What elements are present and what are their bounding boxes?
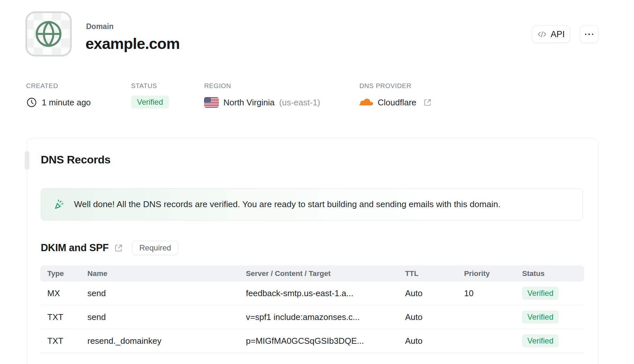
table-header-row: Type Name Server / Content / Target TTL … xyxy=(40,265,584,281)
page-title: example.com xyxy=(85,35,180,53)
cell-type: MX xyxy=(47,288,87,298)
table-row: TXT send v=spf1 include:amazonses.c... A… xyxy=(40,305,584,329)
more-options-button[interactable] xyxy=(580,25,598,43)
party-popper-icon xyxy=(53,198,66,210)
api-button-label: API xyxy=(551,29,565,39)
ellipsis-icon xyxy=(585,34,594,35)
cell-status: Verified xyxy=(522,311,577,324)
verified-badge: Verified xyxy=(522,287,559,300)
api-button[interactable]: API xyxy=(532,25,570,43)
dkim-spf-section-header: DKIM and SPF Required xyxy=(41,240,178,256)
card-title: DNS Records xyxy=(41,153,111,166)
dns-provider-name: Cloudflare xyxy=(378,98,416,108)
page-kicker: Domain xyxy=(86,22,113,31)
clock-icon xyxy=(26,97,37,108)
table-row: TXT resend._domainkey p=MIGfMA0GCSqGSIb3… xyxy=(40,329,584,353)
cell-type: TXT xyxy=(47,336,87,346)
region-label: REGION xyxy=(204,82,231,90)
status-label: STATUS xyxy=(131,82,157,90)
cell-ttl: Auto xyxy=(405,336,464,346)
created-value: 1 minute ago xyxy=(26,95,91,110)
status-badge: Verified xyxy=(131,96,169,109)
dns-provider-label: DNS PROVIDER xyxy=(359,82,411,90)
column-header-priority: Priority xyxy=(464,269,522,278)
cell-ttl: Auto xyxy=(405,288,464,298)
section-scroll-indicator xyxy=(25,151,29,170)
dns-records-table: Type Name Server / Content / Target TTL … xyxy=(40,265,584,353)
us-flag-icon xyxy=(204,97,219,108)
column-header-ttl: TTL xyxy=(405,269,464,278)
status-value: Verified xyxy=(131,96,169,109)
cell-content: feedback-smtp.us-east-1.a... xyxy=(246,288,405,298)
created-label: CREATED xyxy=(26,82,58,90)
domain-avatar-tile xyxy=(25,11,72,56)
external-link-icon[interactable] xyxy=(114,243,123,253)
cell-type: TXT xyxy=(47,312,87,322)
code-icon xyxy=(537,29,547,39)
cell-name: resend._domainkey xyxy=(87,336,246,346)
domain-detail-page: Domain example.com API CREATED STATUS RE… xyxy=(0,0,634,364)
region-name: North Virginia xyxy=(223,98,275,108)
region-code: (us-east-1) xyxy=(279,98,320,108)
cloudflare-icon xyxy=(359,98,373,107)
cell-name: send xyxy=(87,312,246,322)
created-text: 1 minute ago xyxy=(42,98,91,108)
table-row: MX send feedback-smtp.us-east-1.a... Aut… xyxy=(40,281,584,305)
region-value: North Virginia (us-east-1) xyxy=(204,95,320,110)
dns-provider-value[interactable]: Cloudflare xyxy=(359,95,432,110)
cell-status: Verified xyxy=(522,334,577,347)
dns-records-card: DNS Records Well done! All the DNS recor… xyxy=(27,138,598,364)
verified-badge: Verified xyxy=(522,311,559,324)
external-link-icon[interactable] xyxy=(423,98,432,107)
cell-priority: 10 xyxy=(464,288,522,298)
cell-ttl: Auto xyxy=(405,312,464,322)
success-banner: Well done! All the DNS records are verif… xyxy=(41,188,583,220)
cell-status: Verified xyxy=(522,287,577,300)
column-header-name: Name xyxy=(87,269,246,278)
verified-badge: Verified xyxy=(522,334,559,347)
column-header-type: Type xyxy=(47,269,87,278)
required-badge: Required xyxy=(132,241,178,255)
success-message: Well done! All the DNS records are verif… xyxy=(74,199,501,209)
cell-content: p=MIGfMA0GCSqGSIb3DQE... xyxy=(246,336,405,346)
column-header-content: Server / Content / Target xyxy=(246,269,405,278)
column-header-status: Status xyxy=(522,269,577,278)
cell-name: send xyxy=(87,288,246,298)
section-title: DKIM and SPF xyxy=(41,242,109,254)
cell-content: v=spf1 include:amazonses.c... xyxy=(246,312,405,322)
globe-icon xyxy=(33,19,64,49)
dns-table-body: MX send feedback-smtp.us-east-1.a... Aut… xyxy=(40,281,584,353)
